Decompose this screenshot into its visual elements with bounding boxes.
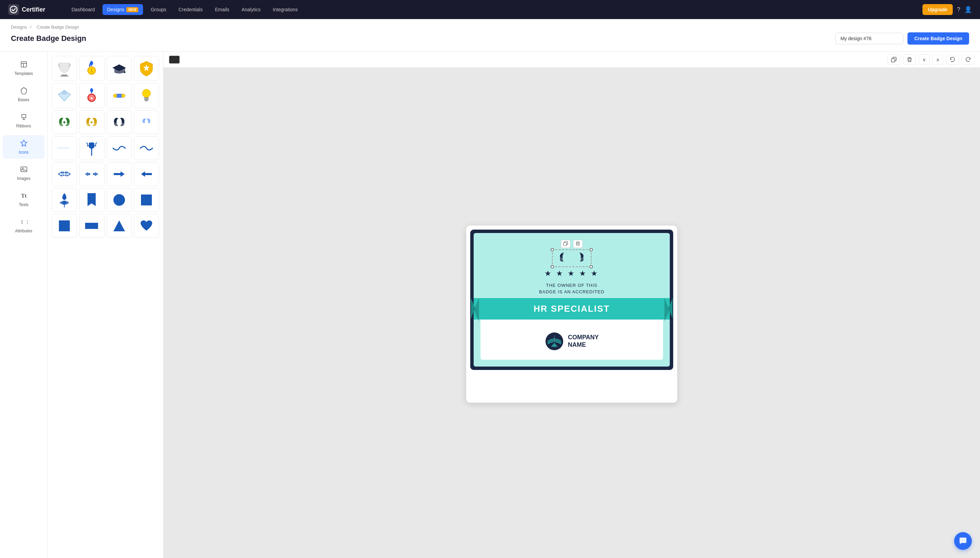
icon-red-medal[interactable]: ★ — [79, 83, 104, 108]
icon-bulb[interactable] — [134, 83, 159, 108]
corner-br[interactable] — [589, 265, 593, 268]
icon-heart[interactable] — [134, 214, 159, 238]
delete-button[interactable] — [903, 54, 916, 65]
duplicate-button[interactable] — [887, 54, 900, 65]
create-badge-button[interactable]: Create Badge Design — [908, 32, 969, 44]
sidebar-bases-label: Bases — [18, 97, 29, 102]
canvas-toolbar: ∨ ∧ — [164, 52, 980, 68]
icon-bookmark[interactable] — [79, 188, 104, 212]
attributes-icon: [ ] — [20, 218, 28, 227]
icon-cross-arrow-1[interactable] — [52, 162, 77, 186]
icon-laurel-gold[interactable] — [79, 110, 104, 134]
nav-dashboard[interactable]: Dashboard — [67, 4, 100, 15]
icon-military-medal[interactable] — [106, 83, 132, 108]
svg-text:[ ]: [ ] — [21, 219, 28, 225]
sidebar-item-templates[interactable]: Templates — [3, 57, 44, 80]
corner-tl[interactable] — [551, 248, 554, 251]
corner-tr[interactable] — [589, 248, 593, 251]
icon-circle[interactable] — [106, 188, 132, 212]
ribbons-icon — [20, 113, 28, 122]
svg-point-27 — [142, 89, 151, 97]
sidebar-item-icons[interactable]: Icons — [3, 135, 44, 159]
sidebar-item-attributes[interactable]: [ ] Attributes — [3, 214, 44, 238]
svg-text:★: ★ — [90, 96, 93, 100]
badge-company: COMPANY NAME — [487, 332, 656, 351]
icon-square-2[interactable] — [52, 214, 77, 238]
icon-cross-arrow-2[interactable] — [79, 162, 104, 186]
svg-point-26 — [121, 94, 125, 97]
nav-groups[interactable]: Groups — [146, 4, 171, 15]
bases-icon — [20, 87, 28, 96]
icon-arrow-left[interactable] — [106, 162, 132, 186]
chat-bubble[interactable] — [954, 532, 972, 550]
svg-rect-2 — [21, 62, 26, 67]
sidebar-item-bases[interactable]: Bases — [3, 83, 44, 106]
icon-diamond[interactable] — [52, 83, 77, 108]
laurel-element[interactable] — [552, 249, 591, 267]
navbar: Certifier Dashboard Designs NEW Groups C… — [0, 0, 980, 19]
upgrade-button[interactable]: Upgrade — [923, 4, 953, 15]
images-icon — [20, 166, 28, 175]
icon-graduation-cap[interactable] — [106, 56, 132, 81]
help-icon[interactable]: ? — [957, 6, 960, 13]
sidebar-item-ribbons[interactable]: Ribbons — [3, 109, 44, 133]
nav-integrations[interactable]: Integrations — [268, 4, 303, 15]
badge-stars: ★ ★ ★ ★ ★ — [481, 269, 663, 278]
handle-delete[interactable] — [573, 240, 582, 248]
badge-content-area: ★ ★ ★ ★ ★ THE OWNER OF THIS BADGE IS AN … — [474, 233, 670, 366]
icon-laurel-green[interactable] — [52, 110, 77, 134]
icon-fleur[interactable] — [52, 188, 77, 212]
nav-credentials[interactable]: Credentials — [173, 4, 207, 15]
color-swatch[interactable] — [169, 56, 180, 64]
move-up-button[interactable]: ∧ — [933, 54, 943, 65]
nav-right: Upgrade ? 👤 — [923, 4, 972, 15]
svg-rect-39 — [85, 223, 98, 229]
badge-ribbon[interactable]: HR SPECIALIST — [474, 298, 670, 320]
icon-arrow-right[interactable] — [134, 162, 159, 186]
icon-wave-right[interactable] — [134, 136, 159, 160]
svg-rect-11 — [60, 75, 69, 77]
redo-button[interactable] — [962, 54, 975, 65]
icon-laurel-dark[interactable] — [106, 110, 132, 134]
svg-rect-30 — [145, 100, 148, 101]
undo-button[interactable] — [946, 54, 959, 65]
logo-text: Certifier — [22, 6, 45, 13]
logo[interactable]: Certifier — [8, 4, 56, 15]
sidebar-item-images[interactable]: Images — [3, 161, 44, 185]
icon-triangle[interactable] — [106, 214, 132, 238]
badge-canvas[interactable]: ★ ★ ★ ★ ★ THE OWNER OF THIS BADGE IS AN … — [466, 225, 677, 403]
svg-point-32 — [91, 121, 93, 123]
svg-marker-40 — [113, 220, 125, 231]
icon-trident-ornament[interactable] — [79, 136, 104, 160]
nav-designs[interactable]: Designs NEW — [103, 4, 143, 15]
icon-wave-dots[interactable]: 〰〰〰 — [52, 136, 77, 160]
svg-text:Tt: Tt — [21, 193, 27, 199]
handle-copy[interactable] — [561, 240, 570, 248]
breadcrumb-separator: / — [30, 25, 33, 30]
badge-inner: ★ ★ ★ ★ ★ THE OWNER OF THIS BADGE IS AN … — [470, 230, 673, 370]
corner-bl[interactable] — [551, 265, 554, 268]
company-name: COMPANY NAME — [568, 334, 599, 348]
svg-point-31 — [63, 121, 65, 123]
icon-gold-medal[interactable]: 1 — [79, 56, 104, 81]
nav-analytics[interactable]: Analytics — [237, 4, 265, 15]
sidebar-item-texts[interactable]: Tt Texts — [3, 188, 44, 211]
svg-point-25 — [113, 94, 117, 97]
nav-emails[interactable]: Emails — [210, 4, 234, 15]
sidebar: Templates Bases Ribbons Icons Images — [0, 52, 47, 558]
icon-laurel-light[interactable] — [134, 110, 159, 134]
breadcrumb-parent[interactable]: Designs — [11, 25, 27, 30]
user-icon[interactable]: 👤 — [964, 6, 972, 13]
move-down-button[interactable]: ∨ — [919, 54, 929, 65]
sidebar-templates-label: Templates — [14, 71, 33, 76]
page-title: Create Badge Design — [11, 34, 86, 43]
icon-trophy[interactable] — [52, 56, 77, 81]
svg-text:1: 1 — [91, 69, 93, 73]
icon-square[interactable] — [134, 188, 159, 212]
icon-rectangle[interactable] — [79, 214, 104, 238]
icons-icon — [20, 140, 28, 149]
design-name-input[interactable] — [835, 33, 903, 44]
sidebar-ribbons-label: Ribbons — [16, 124, 31, 128]
icon-shield-star[interactable] — [134, 56, 159, 81]
icon-wave-left[interactable] — [106, 136, 132, 160]
